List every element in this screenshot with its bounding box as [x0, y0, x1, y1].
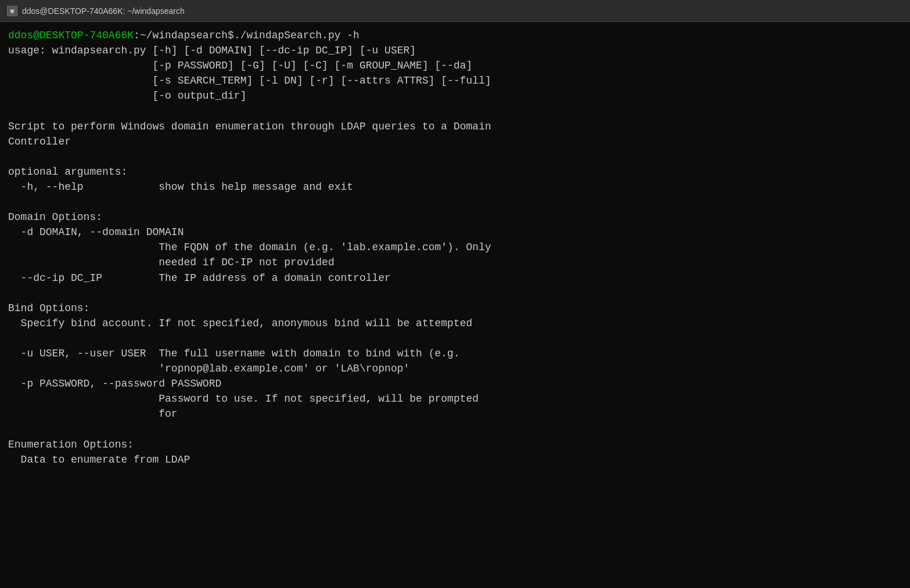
terminal-icon: ▣ [7, 6, 17, 16]
prompt-user: ddos@DESKTOP-740A66K [8, 28, 134, 43]
prompt-command: ./windapSearch.py -h [234, 28, 359, 43]
prompt-symbol: $ [228, 28, 234, 43]
prompt-line: ddos@DESKTOP-740A66K :~/windapsearch $ .… [8, 28, 902, 43]
terminal-body: ddos@DESKTOP-740A66K :~/windapsearch $ .… [0, 22, 910, 473]
title-bar-text: ddos@DESKTOP-740A66K: ~/windapsearch [22, 6, 185, 16]
terminal-output: usage: windapsearch.py [-h] [-d DOMAIN] … [8, 43, 902, 467]
prompt-path: :~/windapsearch [134, 28, 228, 43]
title-bar: ▣ ddos@DESKTOP-740A66K: ~/windapsearch [0, 0, 910, 22]
